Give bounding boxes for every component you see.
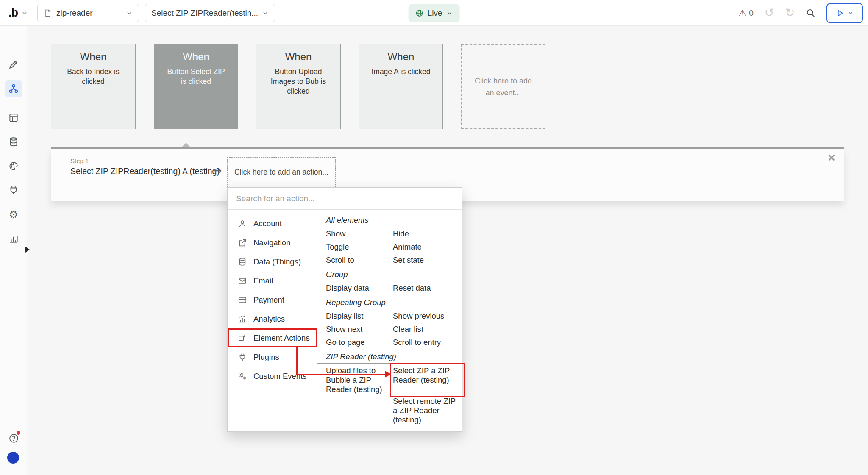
action-category-analytics[interactable]: Analytics [228,309,317,328]
chevron-down-icon [21,10,28,17]
add-event-placeholder[interactable]: Click here to add an event... [461,44,545,129]
action-set-state[interactable]: Set state [393,253,462,267]
action-clear-list[interactable]: Clear list [393,322,462,336]
action-search-bar [228,188,462,210]
action-category-navigation[interactable]: Navigation [228,233,317,252]
action-upload-files-zip-reader[interactable]: Upload files to Bubble a ZIP Reader (tes… [326,366,393,394]
expand-panel-arrow[interactable] [25,247,30,253]
sidebar-item-settings[interactable]: ⚙ [5,206,22,223]
event-card-title: When [61,51,126,63]
arrow-right-icon [213,166,223,176]
sidebar-item-design[interactable] [5,56,22,73]
styles-palette-icon [8,161,19,172]
action-menu-body: Account Navigation Data (Things) Email P… [228,210,462,431]
workflow-selector-value: Select ZIP ZIPReader(testin... [151,8,258,18]
close-icon[interactable] [827,153,836,162]
action-show-previous[interactable]: Show previous [393,309,462,322]
plug-icon [238,353,247,362]
event-card-subtitle: Image A is clicked [369,67,433,77]
sidebar-item-data[interactable] [5,133,22,151]
action-category-element-actions[interactable]: Element Actions [228,328,317,347]
sidebar-item-plugins[interactable] [5,181,22,199]
database-icon [238,257,247,267]
action-toggle[interactable]: Toggle [326,240,393,253]
chevron-down-icon [126,10,133,17]
database-icon [8,136,19,147]
play-icon [836,9,844,17]
chevron-down-icon [446,10,453,17]
action-scroll-to-entry[interactable]: Scroll to entry [393,336,462,349]
action-category-plugins[interactable]: Plugins [228,347,317,367]
event-card-subtitle: Back to Index is clicked [61,67,126,86]
sidebar-item-logs[interactable] [5,230,22,247]
spacer [326,397,393,425]
action-animate[interactable]: Animate [393,240,462,253]
undo-button[interactable]: ↺ [765,7,774,19]
action-go-to-page[interactable]: Go to page [326,336,393,349]
action-category-custom-events[interactable]: Custom Events [228,367,317,386]
action-display-data[interactable]: Display data [326,281,393,294]
action-category-account[interactable]: Account [228,214,317,233]
issues-count: 0 [749,8,754,18]
sidebar-item-layout[interactable] [5,109,22,127]
event-card-selected[interactable]: When Button Select ZIP is clicked [154,44,238,129]
warning-icon: ⚠ [738,8,746,18]
environment-label: Live [428,8,442,18]
action-section-header: All elements [317,215,462,227]
search-icon[interactable] [806,8,815,18]
action-section-header: ZIP Reader (testing) [317,351,462,364]
envelope-icon [238,276,247,286]
page-selector-dropdown[interactable]: zip-reader [37,4,139,22]
page-icon [44,9,52,17]
action-section-header: Group [317,269,462,281]
logs-chart-icon [8,233,19,244]
add-action-placeholder[interactable]: Click here to add an action... [227,157,336,187]
settings-gear-icon: ⚙ [9,209,18,220]
workflow-selector-dropdown[interactable]: Select ZIP ZIPReader(testin... [145,4,275,22]
bubble-logo: .b [8,6,18,19]
action-display-list[interactable]: Display list [326,309,393,322]
action-select-remote-zip-zip-reader[interactable]: Select remote ZIP a ZIP Reader (testing) [393,397,462,425]
toolbar-right-cluster: ⚠ 0 ↺ ↻ [738,0,863,26]
help-button[interactable] [5,429,22,447]
page-selector-value: zip-reader [56,8,122,18]
action-reset-data[interactable]: Reset data [393,281,462,294]
selected-event-pointer-icon [182,143,190,147]
notification-dot [17,431,20,435]
redo-button[interactable]: ↻ [785,7,795,19]
action-select-zip-zip-reader[interactable]: Select ZIP a ZIP Reader (testing) [393,366,462,394]
action-category-email[interactable]: Email [228,271,317,290]
chevron-down-icon [848,10,854,16]
layout-icon [8,112,19,123]
event-card-subtitle: Button Select ZIP is clicked [164,67,228,86]
bubble-logo-menu[interactable]: .b [8,0,28,26]
issues-indicator[interactable]: ⚠ 0 [738,8,753,18]
globe-icon [415,9,424,17]
pencil-icon [8,59,19,70]
user-avatar[interactable] [7,452,19,464]
action-category-data-things[interactable]: Data (Things) [228,252,317,271]
action-category-payment[interactable]: Payment [228,290,317,309]
bubble-workflow-editor: .b zip-reader Select ZIP ZIPReader(testi… [0,0,868,475]
environment-selector[interactable]: Live [409,4,460,22]
event-card[interactable]: When Back to Index is clicked [51,44,136,129]
step-title[interactable]: Select ZIP ZIPReader(testing) A (testing… [70,167,220,176]
sidebar-item-styles[interactable] [5,157,22,175]
event-card-title: When [164,51,228,63]
action-scroll-to[interactable]: Scroll to [326,253,393,267]
person-icon [238,219,247,228]
share-arrow-icon [238,238,247,247]
event-card-title: When [369,51,433,63]
event-card[interactable]: When Button Upload Images to Bub is clic… [256,44,341,129]
event-card[interactable]: When Image A is clicked [359,44,443,129]
action-hide[interactable]: Hide [393,227,462,240]
action-items-column: All elements Show Hide Toggle Animate Sc… [317,210,462,431]
action-search-input[interactable] [228,188,462,209]
preview-run-button[interactable] [826,3,863,23]
event-card-title: When [266,51,331,63]
sidebar-item-workflow[interactable] [5,80,22,97]
event-card-subtitle: Button Upload Images to Bub is clicked [266,67,331,96]
left-toolbar: ⚙ [0,26,27,475]
action-show[interactable]: Show [326,227,393,240]
action-show-next[interactable]: Show next [326,322,393,336]
